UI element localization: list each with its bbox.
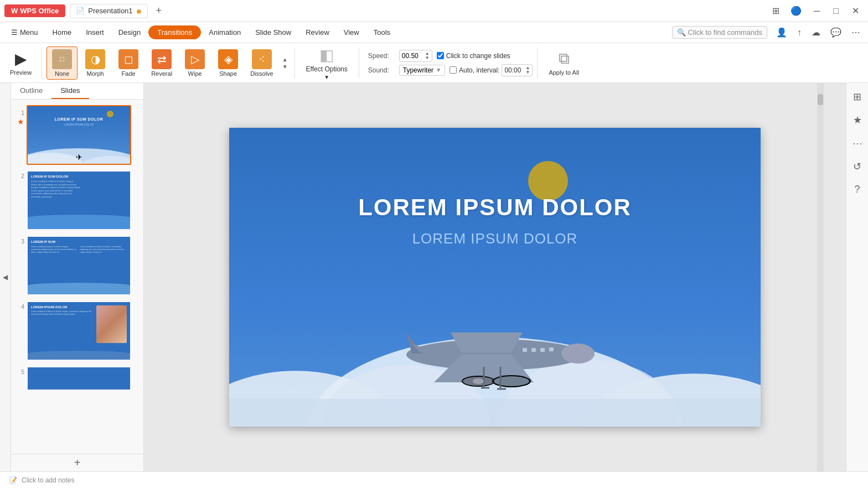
- slide-thumb-wrap-4: LOREM IPSUM DOLOR Lorem incididunt ut la…: [27, 301, 131, 361]
- sidebar-toggle[interactable]: ◀: [0, 83, 11, 471]
- interval-spinner: ▲ ▼: [525, 66, 530, 75]
- auto-interval-input[interactable]: [450, 66, 457, 74]
- slide-list: 1 ★ LOREM IP SUM DOLOR LOREM IPSUM DOLOR: [11, 100, 143, 454]
- right-panel-icon-1[interactable]: ⊞: [850, 87, 865, 106]
- file-name: Presentation1: [88, 7, 132, 15]
- slide1-airplane: ✈: [76, 153, 82, 162]
- interval-down[interactable]: ▼: [525, 70, 530, 75]
- tab-outline[interactable]: Outline: [11, 83, 51, 99]
- notes-bar[interactable]: 📝 Click to add notes: [0, 471, 868, 488]
- share-icon[interactable]: 👤: [773, 26, 790, 39]
- titlebar: W WPS Office 📄 Presentation1 ● + ⊞ 🔵 ─ □…: [0, 0, 868, 22]
- transition-morph-icon: ◑: [85, 49, 105, 69]
- tab-slides[interactable]: Slides: [51, 83, 89, 99]
- transition-wipe-button[interactable]: ▷ Wipe: [179, 47, 210, 79]
- menu-hamburger[interactable]: ☰ Menu: [4, 25, 45, 39]
- cloud-icon[interactable]: ☁: [808, 26, 824, 39]
- svg-rect-18: [523, 348, 527, 352]
- transition-shape-button[interactable]: ◈ Shape: [213, 47, 244, 79]
- transition-reveral-label: Reveral: [151, 70, 172, 77]
- slide-item-3[interactable]: 3 LOREM IP SUM Lorem incididunt ut labor…: [14, 235, 140, 297]
- effect-options-icon: ◧: [319, 46, 334, 64]
- right-panel-icon-3[interactable]: ⋯: [849, 134, 866, 153]
- transition-fade-button[interactable]: ◻ Fade: [113, 47, 144, 79]
- slide-item-1[interactable]: 1 ★ LOREM IP SUM DOLOR LOREM IPSUM DOLOR: [14, 104, 140, 166]
- preview-button[interactable]: ▶ Preview: [4, 48, 37, 78]
- effect-options-button[interactable]: ◧ Effect Options ▼: [299, 44, 354, 82]
- speed-input[interactable]: 00.50 ▲ ▼: [399, 50, 432, 62]
- sound-select[interactable]: Typewriter ▼: [399, 65, 445, 76]
- auto-interval-checkbox[interactable]: Auto, interval: 00:00 ▲ ▼: [450, 64, 533, 76]
- menu-tools[interactable]: Tools: [367, 25, 397, 39]
- menu-insert[interactable]: Insert: [79, 25, 111, 39]
- transition-none-button[interactable]: □ None: [46, 46, 78, 80]
- slide-thumb-2: LOREM IP SUM DOLOR Lorem incididunt ut l…: [28, 172, 130, 229]
- vertical-scrollbar[interactable]: [817, 83, 824, 471]
- maximize-button[interactable]: □: [829, 5, 843, 17]
- export-icon[interactable]: ↑: [794, 27, 805, 39]
- click-to-change-checkbox[interactable]: Click to change slides: [437, 52, 510, 60]
- transition-fade-icon: ◻: [118, 49, 138, 69]
- slide4-bg: LOREM IPSUM DOLOR Lorem incididunt ut la…: [28, 302, 130, 360]
- click-to-change-label: Click to change slides: [446, 52, 510, 60]
- add-slide-button[interactable]: +: [11, 454, 143, 471]
- canvas-area: LOREM IPSUM DOLOR LOREM IPSUM DOLOR: [144, 83, 846, 471]
- apply-all-label: Apply to All: [549, 69, 578, 76]
- sound-label: Sound:: [368, 66, 395, 74]
- slide-item-5[interactable]: 5: [14, 365, 140, 392]
- slide-item-2[interactable]: 2 LOREM IP SUM DOLOR Lorem incididunt ut…: [14, 169, 140, 231]
- right-panel-icon-2[interactable]: ★: [850, 111, 865, 129]
- menu-slideshow[interactable]: Slide Show: [249, 25, 298, 39]
- effect-options-chevron: ▼: [324, 74, 329, 80]
- add-tab-button[interactable]: +: [152, 5, 165, 17]
- effect-options-label: Effect Options: [306, 65, 348, 73]
- modified-dot: ●: [136, 6, 142, 16]
- slide3-wave: [28, 283, 130, 294]
- menu-view[interactable]: View: [337, 25, 366, 39]
- scroll-thumb-v[interactable]: [818, 94, 823, 105]
- transition-fade-label: Fade: [122, 70, 136, 77]
- ribbon-scroll-down[interactable]: ▼: [281, 63, 289, 70]
- speed-value: 00.50: [402, 52, 418, 60]
- titlebar-right: ⊞ 🔵 ─ □ ✕: [769, 4, 864, 17]
- slide-num-2: 2: [16, 170, 24, 179]
- slide-canvas[interactable]: LOREM IPSUM DOLOR LOREM IPSUM DOLOR: [229, 128, 761, 427]
- speed-spinner: ▲ ▼: [425, 51, 430, 60]
- transition-reveral-button[interactable]: ⇄ Reveral: [146, 47, 177, 79]
- wps-office-button[interactable]: W WPS Office: [4, 4, 65, 17]
- ribbon-scroll-up[interactable]: ▲: [281, 56, 289, 63]
- search-box[interactable]: 🔍 Click to find commands: [672, 26, 767, 39]
- profile-icon[interactable]: 🔵: [787, 4, 805, 17]
- chat-icon[interactable]: 💬: [827, 26, 845, 39]
- preview-label: Preview: [10, 69, 32, 76]
- transition-wipe-icon: ▷: [185, 49, 205, 69]
- transition-morph-button[interactable]: ◑ Morph: [80, 47, 111, 79]
- transition-dissolve-button[interactable]: ⁖ Dissolve: [246, 47, 278, 79]
- close-button[interactable]: ✕: [848, 4, 864, 17]
- menu-design[interactable]: Design: [112, 25, 147, 39]
- slide-item-4[interactable]: 4 LOREM IPSUM DOLOR Lorem incididunt ut …: [14, 300, 140, 362]
- minimize-button[interactable]: ─: [809, 5, 824, 17]
- speed-down[interactable]: ▼: [425, 56, 430, 60]
- auto-interval-input-field[interactable]: 00:00 ▲ ▼: [502, 64, 533, 76]
- sidebar-toggle-icon: ◀: [3, 273, 8, 281]
- slide2-wave: [28, 215, 130, 229]
- transition-dissolve-icon: ⁖: [252, 49, 272, 69]
- right-panel-icon-5[interactable]: ?: [851, 180, 863, 199]
- menu-home[interactable]: Home: [46, 25, 79, 39]
- menu-transitions[interactable]: Transitions: [148, 25, 201, 39]
- ribbon: ▶ Preview □ None ◑ Morph ◻ Fade ⇄ Revera…: [0, 43, 868, 83]
- file-tab[interactable]: 📄 Presentation1 ●: [70, 4, 148, 18]
- click-to-change-input[interactable]: [437, 52, 444, 59]
- slide3-title: LOREM IP SUM: [31, 240, 127, 243]
- more-icon[interactable]: ⋯: [848, 26, 864, 39]
- transition-shape-label: Shape: [219, 70, 237, 77]
- svg-point-17: [494, 376, 529, 386]
- layout-icon[interactable]: ⊞: [769, 4, 783, 17]
- transition-reveral-icon: ⇄: [152, 49, 172, 69]
- apply-all-button[interactable]: ⧉ Apply to All: [542, 48, 585, 78]
- menu-review[interactable]: Review: [299, 25, 336, 39]
- menu-animation[interactable]: Animation: [202, 25, 247, 39]
- right-panel-icon-4[interactable]: ↺: [850, 157, 865, 176]
- search-placeholder: Click to find commands: [688, 28, 762, 37]
